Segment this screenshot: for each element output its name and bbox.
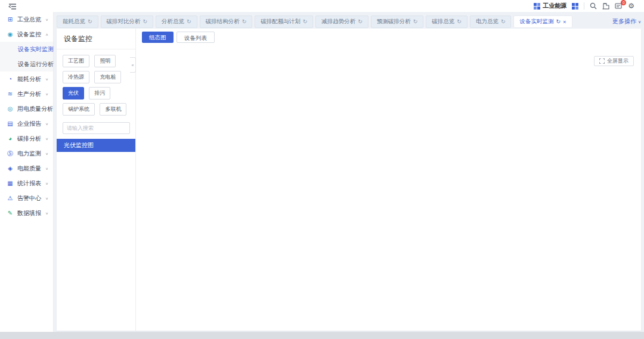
org-icon[interactable] (602, 2, 609, 10)
sidebar-item[interactable]: ⚠ 告警中心 ∨ (0, 191, 53, 206)
chevron-icon: ∨ (45, 17, 48, 21)
workspace-tab-active[interactable]: 设备实时监测 ↻ × (513, 15, 572, 28)
sidebar-item-icon: ▦ (7, 180, 14, 186)
message-icon[interactable]: 0 (615, 2, 623, 10)
sidebar-item-icon: ⊞ (7, 16, 14, 23)
brand-logo: 工业能源 (534, 2, 566, 10)
sidebar-item-label: 电力监测 (17, 150, 41, 158)
sidebar-item-label: 能耗分析 (17, 75, 41, 83)
workspace-tab[interactable]: 碳排配额与计划 ↻ (255, 15, 313, 28)
apps-grid-icon[interactable] (572, 3, 578, 10)
sidebar-item-label: 设备监控 (17, 30, 41, 39)
sidebar-item[interactable]: ≋ 生产分析 ∨ (0, 86, 53, 101)
workspace-tab[interactable]: 电力总览 ↻ (470, 15, 512, 28)
chevron-down-icon: ∨ (638, 20, 641, 24)
sidebar-item[interactable]: ▤ 企业报告 ∨ (0, 116, 53, 131)
sidebar-item-label: 电能质量 (17, 164, 41, 173)
refresh-icon[interactable]: ↻ (556, 18, 561, 24)
brand-grid-icon (534, 3, 540, 10)
sidebar-item-icon: ◎ (7, 105, 14, 112)
device-type-filter-button[interactable]: 照明 (94, 55, 116, 67)
chevron-icon: ∨ (45, 211, 48, 214)
sidebar-item[interactable]: ◎ 用电质量分析 (0, 101, 53, 116)
sidebar-item-label: 碳排分析 (17, 135, 41, 143)
chevron-icon: ∨ (45, 151, 48, 155)
sidebar-item[interactable]: ⊞ 工业总览 ∨ (0, 12, 53, 27)
sidebar-item-icon: ▤ (7, 120, 14, 127)
workspace-tab[interactable]: 碳排总览 ↻ (426, 15, 467, 28)
search-input[interactable] (63, 122, 130, 134)
sidebar-item-label: 工业总览 (17, 15, 41, 24)
sidebar-item-icon: ⚠ (7, 195, 14, 201)
sidebar-item[interactable]: ◉ 设备监控 ∧ (0, 27, 53, 42)
chevron-icon: ∨ (45, 196, 48, 200)
sidebar-item[interactable]: ◕ 碳排分析 ∨ (0, 131, 53, 146)
refresh-icon[interactable]: ↻ (242, 18, 247, 24)
sidebar-item-label: 统计报表 (17, 179, 41, 188)
chevron-icon: ∨ (45, 92, 48, 95)
refresh-icon[interactable]: ↻ (501, 18, 506, 24)
refresh-icon[interactable]: ↻ (187, 18, 191, 24)
refresh-icon[interactable]: ↻ (358, 18, 363, 24)
workspace-tab[interactable]: 碳排结构分析 ↻ (200, 15, 253, 28)
fullscreen-icon (599, 58, 605, 64)
fullscreen-button[interactable]: 全屏显示 (594, 56, 634, 66)
sidebar-item-icon: ◕ (7, 135, 14, 142)
device-list-view-button[interactable]: 设备列表 (177, 32, 215, 43)
more-actions-dropdown[interactable]: 更多操作 ∨ (612, 17, 641, 26)
refresh-icon[interactable]: ↻ (88, 18, 92, 24)
sidebar-item-label: 用电质量分析 (17, 105, 53, 113)
workspace-tab[interactable]: 分析总览 ↻ (156, 15, 197, 28)
sidebar-item-icon: ✎ (7, 210, 14, 216)
chevron-icon: ∨ (45, 122, 48, 125)
sidebar-item[interactable]: 设备实时监测 (0, 42, 53, 57)
sidebar-collapse-icon[interactable] (8, 2, 17, 13)
close-icon[interactable]: × (563, 18, 566, 25)
sidebar-item-icon: ≋ (7, 91, 14, 97)
header-divider (584, 2, 584, 10)
sidebar-item-label: 生产分析 (17, 90, 41, 98)
workspace-tabbar: 能耗总览 ↻ 碳排对比分析 ↻ 分析总览 ↻ 碳排结构分析 ↻ (57, 15, 641, 28)
device-type-filter-button[interactable]: 充电桩 (94, 71, 121, 83)
app-window: 工业能源 0 ⚙ ⊞ 工业总览 ∨ (0, 0, 644, 339)
workspace-tab[interactable]: 减排趋势分析 ↻ (315, 15, 369, 28)
sidebar-item-label: 企业报告 (17, 120, 41, 128)
sidebar-item[interactable]: Ⓢ 电力监测 ∨ (0, 146, 53, 161)
workspace-tab[interactable]: 预测碳排分析 ↻ (371, 15, 424, 28)
sidebar-item[interactable]: ✎ 数据填报 ∨ (0, 206, 53, 220)
panel-collapse-handle[interactable]: « (130, 57, 136, 73)
sidebar-item-icon: ◉ (7, 31, 14, 38)
panel-title: 设备监控 (57, 29, 135, 49)
workspace-tab[interactable]: 碳排对比分析 ↻ (101, 15, 154, 28)
chevron-icon: ∨ (45, 77, 48, 80)
notification-badge: 0 (621, 0, 626, 5)
device-type-filter-button[interactable]: 排污 (89, 87, 110, 99)
chevron-icon: ∨ (45, 181, 48, 185)
device-monitor-panel: 设备监控 工艺图 照明 冷热源 充电桩 光伏 排污 锅炉系统 多联机 (57, 29, 136, 331)
device-type-filter-button[interactable]: 多联机 (100, 103, 126, 116)
sidebar-item[interactable]: 设备运行分析 (0, 57, 53, 71)
workspace-tab[interactable]: 能耗总览 ↻ (57, 15, 98, 28)
refresh-icon[interactable]: ↻ (413, 18, 418, 24)
device-type-filter-button[interactable]: 冷热源 (63, 71, 89, 83)
top-header: 工业能源 0 ⚙ (0, 0, 644, 12)
refresh-icon[interactable]: ↻ (143, 18, 148, 24)
gear-icon[interactable]: ⚙ (628, 2, 634, 10)
device-type-filter-button[interactable]: 锅炉系统 (63, 103, 95, 116)
bottom-scroll-strip[interactable] (0, 332, 644, 339)
refresh-icon[interactable]: ↻ (303, 18, 308, 24)
device-type-filter-button[interactable]: 光伏 (63, 87, 84, 99)
sidebar-item-icon: ◔ (7, 76, 14, 82)
sidebar-item-label: 告警中心 (17, 194, 41, 203)
chevron-icon: ∨ (45, 166, 48, 170)
refresh-icon[interactable]: ↻ (457, 18, 462, 24)
sidebar-item[interactable]: ◔ 能耗分析 ∨ (0, 71, 53, 86)
diagram-list-item[interactable]: 光伏监控图 (57, 139, 135, 152)
brand-name: 工业能源 (543, 2, 566, 10)
search-icon[interactable] (590, 2, 597, 10)
sidebar-item[interactable]: ▦ 统计报表 ∨ (0, 176, 53, 191)
sidebar-item-icon: Ⓢ (7, 150, 14, 158)
device-type-filter-button[interactable]: 工艺图 (63, 55, 89, 67)
topology-view-button[interactable]: 组态图 (142, 32, 174, 43)
sidebar-item[interactable]: ◈ 电能质量 ∨ (0, 161, 53, 176)
